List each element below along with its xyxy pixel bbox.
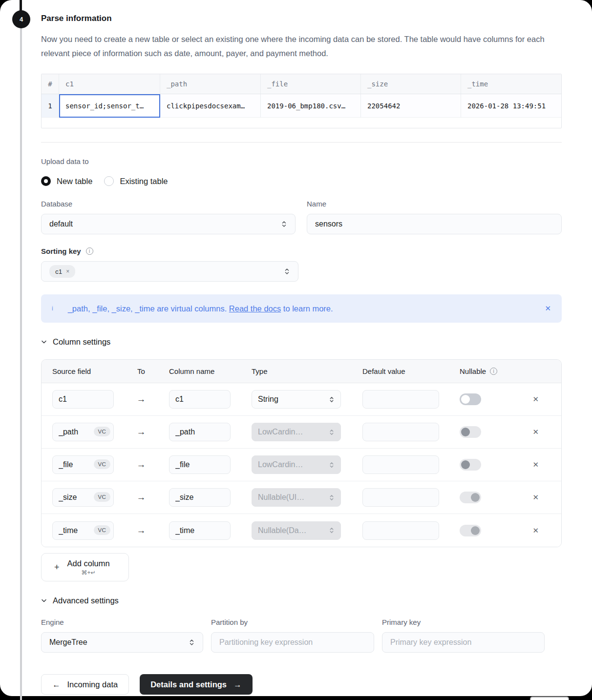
remove-column-icon[interactable]: ✕ [532, 428, 539, 436]
default-value-input[interactable] [369, 395, 433, 404]
table-name-input[interactable] [315, 220, 553, 228]
step-number-badge: 4 [12, 10, 30, 28]
preview-table-footer [42, 118, 561, 128]
sorting-key-select[interactable]: c1 × [41, 261, 298, 282]
type-value: LowCardin… [258, 460, 303, 469]
info-icon[interactable]: i [490, 368, 497, 375]
default-value-field[interactable] [362, 390, 439, 409]
source-field[interactable]: VC [52, 423, 114, 441]
chip-remove-icon[interactable]: × [66, 268, 69, 275]
column-name-input[interactable] [175, 493, 224, 502]
type-select-disabled: LowCardin… [252, 455, 341, 474]
column-settings-table: Source field To Column name Type Default… [41, 359, 562, 547]
advanced-settings-toggle[interactable]: Advanced settings [41, 596, 562, 605]
column-name-field[interactable] [169, 423, 231, 441]
type-value: String [258, 395, 278, 404]
type-select-disabled: LowCardin… [252, 423, 341, 441]
preview-col-header-index: # [42, 74, 59, 94]
engine-label: Engine [41, 618, 203, 626]
nullable-toggle-disabled [460, 525, 481, 536]
radio-selected-icon[interactable] [41, 176, 51, 186]
header-default-value: Default value [362, 367, 439, 375]
incoming-data-button[interactable]: ← Incoming data [41, 674, 129, 695]
table-name-field[interactable] [307, 214, 562, 234]
source-field-input[interactable] [59, 395, 107, 404]
default-value-input[interactable] [369, 428, 433, 436]
source-field[interactable] [52, 390, 114, 409]
default-value-input[interactable] [369, 460, 433, 469]
toggle-knob [471, 493, 480, 502]
column-row-c1: → String ✕ [42, 383, 561, 416]
type-select-disabled: Nullable(Da… [252, 521, 341, 540]
banner-close-icon[interactable]: ✕ [545, 304, 551, 313]
column-name-field[interactable] [169, 488, 231, 507]
primary-key-input[interactable] [390, 638, 536, 647]
type-value: LowCardin… [258, 428, 303, 436]
type-select[interactable]: String [252, 390, 341, 409]
preview-table-header: # c1 _path _file _size _time [42, 74, 561, 94]
radio-existing-table-label: Existing table [120, 177, 168, 186]
header-source-field: Source field [52, 367, 114, 375]
preview-cell-file[interactable]: 2019-06_bmp180.csv… [261, 94, 361, 118]
default-value-field[interactable] [362, 521, 439, 540]
column-row-size: VC → Nullable(UI… ✕ [42, 481, 561, 514]
preview-cell-path[interactable]: clickpipesdocsexam… [160, 94, 261, 118]
column-name-field[interactable] [169, 521, 231, 540]
column-name-input[interactable] [175, 395, 224, 404]
preview-cell-c1[interactable]: sensor_id;sensor_t… [59, 94, 160, 118]
add-column-button[interactable]: + Add column ⌘+↵ [41, 553, 129, 581]
engine-value: MergeTree [49, 638, 87, 647]
engine-select[interactable]: MergeTree [41, 632, 203, 653]
chevron-updown-icon [281, 220, 287, 228]
remove-column-icon[interactable]: ✕ [532, 493, 539, 502]
column-name-field[interactable] [169, 455, 231, 474]
preview-col-header-time: _time [461, 74, 561, 94]
header-type: Type [252, 367, 341, 375]
nullable-toggle-disabled [460, 459, 481, 471]
type-select-disabled: Nullable(UI… [252, 488, 341, 507]
source-field[interactable]: VC [52, 455, 114, 474]
radio-new-table[interactable]: New table [41, 176, 92, 186]
preview-col-header-c1: c1 [59, 74, 160, 94]
database-value: default [49, 220, 73, 228]
type-value: Nullable(Da… [258, 526, 307, 535]
chevron-down-icon [41, 599, 47, 603]
primary-key-field[interactable] [382, 632, 545, 653]
chevron-updown-icon [189, 638, 195, 646]
partition-by-field[interactable] [211, 632, 374, 653]
nullable-toggle[interactable] [460, 393, 481, 405]
source-field[interactable]: VC [52, 488, 114, 507]
column-settings-toggle[interactable]: Column settings [41, 337, 562, 347]
footer-actions: ← Incoming data Details and settings → [41, 674, 562, 695]
details-and-settings-label: Details and settings [150, 680, 227, 689]
remove-column-icon[interactable]: ✕ [532, 526, 539, 535]
column-name-input[interactable] [175, 526, 224, 535]
column-settings-title: Column settings [53, 337, 110, 347]
column-name-input[interactable] [175, 428, 224, 436]
default-value-field[interactable] [362, 488, 439, 507]
source-field[interactable]: VC [52, 521, 114, 540]
remove-column-icon[interactable]: ✕ [532, 395, 539, 404]
default-value-input[interactable] [369, 526, 433, 535]
read-the-docs-link[interactable]: Read the docs [229, 304, 281, 313]
preview-cell-time[interactable]: 2026-01-28 13:49:51 [461, 94, 561, 118]
default-value-field[interactable] [362, 455, 439, 474]
toggle-knob [461, 395, 470, 404]
virtual-column-badge: VC [94, 492, 110, 502]
radio-existing-table[interactable]: Existing table [104, 176, 168, 186]
partition-by-input[interactable] [219, 638, 366, 647]
default-value-field[interactable] [362, 423, 439, 441]
remove-column-icon[interactable]: ✕ [532, 460, 539, 469]
radio-unselected-icon[interactable] [104, 176, 114, 186]
column-name-field[interactable] [169, 390, 231, 409]
database-select[interactable]: default [41, 214, 296, 234]
preview-cell-size[interactable]: 22054642 [361, 94, 461, 118]
preview-col-header-file: _file [261, 74, 361, 94]
details-and-settings-button[interactable]: Details and settings → [140, 674, 252, 695]
info-icon[interactable]: i [86, 247, 93, 255]
column-name-input[interactable] [175, 460, 224, 469]
chevron-updown-icon [329, 396, 335, 403]
header-nullable-label: Nullable [460, 367, 486, 375]
default-value-input[interactable] [369, 493, 433, 502]
arrow-right-icon: → [135, 492, 147, 503]
